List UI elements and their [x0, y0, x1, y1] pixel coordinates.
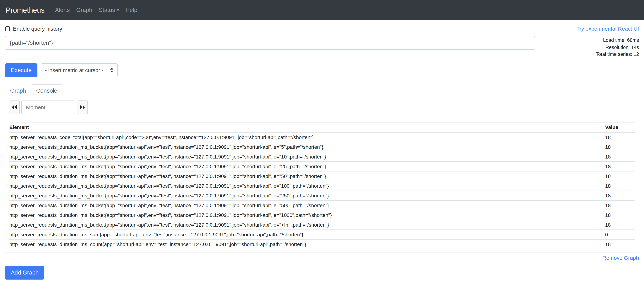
panel-tabs: GraphConsole [5, 84, 639, 97]
moment-input[interactable] [21, 100, 75, 114]
table-row: http_server_requests_duration_ms_bucket{… [9, 200, 635, 210]
element-cell: http_server_requests_duration_ms_bucket{… [9, 142, 604, 152]
nav-item-label: Status [99, 7, 115, 13]
table-row: http_server_requests_duration_ms_sum{app… [9, 229, 635, 239]
value-cell: 0 [604, 229, 635, 239]
tab-console[interactable]: Console [31, 84, 62, 97]
react-ui-link[interactable]: Try experimental React UI [576, 26, 639, 32]
value-cell: 18 [604, 132, 635, 142]
element-cell: http_server_requests_duration_ms_bucket{… [9, 161, 604, 171]
moment-prev-button[interactable] [9, 100, 20, 114]
query-history-label: Enable query history [13, 26, 62, 32]
moment-next-button[interactable] [77, 100, 88, 114]
remove-graph-row: Remove Graph [5, 254, 639, 261]
value-cell: 18 [604, 142, 635, 152]
value-cell: 18 [604, 191, 635, 200]
nav-item-graph[interactable]: Graph [73, 4, 96, 16]
resolution: Resolution: 14s [541, 44, 639, 51]
value-cell: 18 [604, 239, 635, 249]
value-cell: 18 [604, 220, 635, 229]
main-container: Enable query history Try experimental Re… [0, 26, 644, 279]
remove-graph-link[interactable]: Remove Graph [602, 254, 639, 261]
element-column-header: Element [9, 122, 604, 132]
table-header-row: Element Value [9, 122, 635, 132]
forward-icon [80, 105, 85, 110]
table-row: http_server_requests_duration_ms_bucket{… [9, 152, 635, 161]
topline-row: Enable query history Try experimental Re… [5, 26, 639, 32]
element-cell: http_server_requests_duration_ms_bucket{… [9, 152, 604, 161]
table-row: http_server_requests_duration_ms_bucket{… [9, 142, 635, 152]
moment-controls [9, 100, 635, 114]
navbar: Prometheus AlertsGraphStatus▾Help [0, 0, 644, 20]
query-stats: Load time: 68ms Resolution: 14s Total ti… [541, 36, 639, 58]
select-arrows-icon [110, 68, 114, 72]
element-cell: http_server_requests_duration_ms_sum{app… [9, 229, 604, 239]
total-time-series: Total time series: 12 [541, 51, 639, 58]
console-panel: Element Value http_server_requests_code_… [5, 97, 639, 253]
prometheus-app: Prometheus AlertsGraphStatus▾Help Enable… [0, 0, 644, 290]
execute-row: Execute - insert metric at cursor - [5, 63, 639, 77]
element-cell: http_server_requests_duration_ms_bucket{… [9, 181, 604, 191]
element-cell: http_server_requests_code_total{app="sho… [9, 132, 604, 142]
element-cell: http_server_requests_duration_ms_count{a… [9, 239, 604, 249]
query-history-toggle: Enable query history [5, 26, 62, 32]
nav-item-help[interactable]: Help [122, 4, 140, 16]
element-cell: http_server_requests_duration_ms_bucket{… [9, 220, 604, 229]
insert-metric-select[interactable]: - insert metric at cursor - [41, 63, 118, 77]
backward-icon [12, 105, 17, 110]
table-row: http_server_requests_duration_ms_bucket{… [9, 171, 635, 181]
brand-prometheus[interactable]: Prometheus [6, 6, 45, 14]
execute-button[interactable]: Execute [5, 63, 38, 77]
nav-item-label: Graph [76, 7, 92, 13]
element-cell: http_server_requests_duration_ms_bucket{… [9, 210, 604, 220]
table-row: http_server_requests_duration_ms_bucket{… [9, 161, 635, 171]
value-cell: 18 [604, 181, 635, 191]
value-cell: 18 [604, 200, 635, 210]
value-cell: 18 [604, 210, 635, 220]
nav-item-label: Alerts [55, 7, 70, 13]
add-graph-button[interactable]: Add Graph [5, 266, 44, 279]
query-expression-input[interactable] [5, 36, 535, 50]
tab-graph[interactable]: Graph [5, 84, 31, 97]
chevron-down-icon: ▾ [117, 8, 119, 12]
element-cell: http_server_requests_duration_ms_bucket{… [9, 171, 604, 181]
table-row: http_server_requests_duration_ms_bucket{… [9, 210, 635, 220]
load-time: Load time: 68ms [541, 37, 639, 44]
navbar-links: AlertsGraphStatus▾Help [52, 4, 140, 16]
nav-item-alerts[interactable]: Alerts [52, 4, 73, 16]
value-cell: 18 [604, 161, 635, 171]
insert-metric-label: - insert metric at cursor - [45, 67, 104, 73]
table-row: http_server_requests_duration_ms_bucket{… [9, 220, 635, 229]
table-row: http_server_requests_duration_ms_count{a… [9, 239, 635, 249]
table-row: http_server_requests_duration_ms_bucket{… [9, 191, 635, 200]
nav-item-label: Help [126, 7, 137, 13]
nav-item-status[interactable]: Status▾ [96, 4, 122, 16]
table-row: http_server_requests_code_total{app="sho… [9, 132, 635, 142]
add-graph-row: Add Graph [5, 266, 639, 279]
element-cell: http_server_requests_duration_ms_bucket{… [9, 191, 604, 200]
query-row: Load time: 68ms Resolution: 14s Total ti… [5, 36, 639, 58]
element-cell: http_server_requests_duration_ms_bucket{… [9, 200, 604, 210]
value-column-header: Value [604, 122, 635, 132]
table-row: http_server_requests_duration_ms_bucket{… [9, 181, 635, 191]
console-table: Element Value http_server_requests_code_… [9, 122, 635, 249]
value-cell: 18 [604, 152, 635, 161]
enable-query-history-checkbox[interactable] [5, 26, 10, 31]
value-cell: 18 [604, 171, 635, 181]
